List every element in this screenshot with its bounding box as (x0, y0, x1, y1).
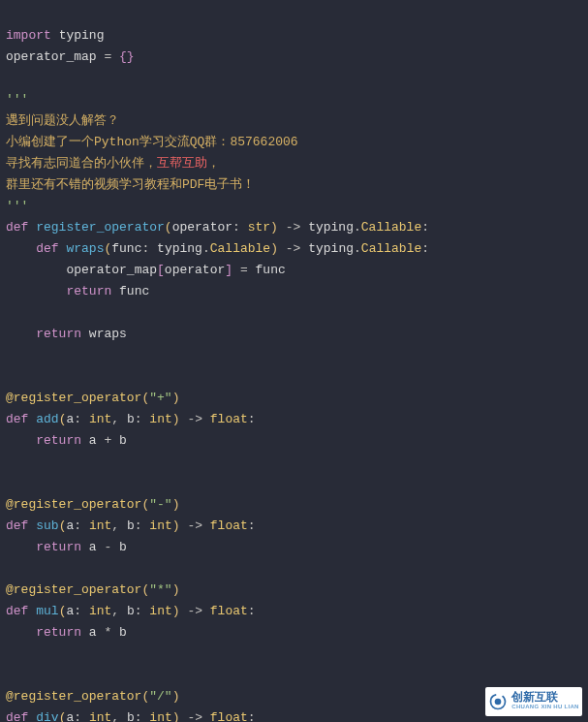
arrow: -> (187, 710, 202, 722)
colon: : (141, 241, 149, 256)
arrow: -> (286, 241, 301, 256)
watermark-text-wrap: 创新互联 CHUANG XIN HU LIAN (511, 692, 578, 711)
kw-return: return (66, 284, 111, 298)
decorator-register: @register_operator (6, 689, 141, 704)
arg-operator: operator (172, 220, 232, 235)
doc-line-3a: 寻找有志同道合的小伙伴， (6, 156, 157, 171)
paren: ( (165, 220, 172, 235)
arrow: -> (187, 604, 202, 618)
type-float: float (210, 518, 248, 533)
str-slash: "/" (149, 689, 171, 704)
comma: , (111, 518, 119, 533)
kw-return: return (36, 327, 81, 341)
arg-b: b (127, 710, 135, 722)
fn-mul: mul (36, 604, 58, 618)
type-int: int (89, 518, 111, 533)
type-int: int (149, 604, 171, 618)
type-str: str (248, 220, 270, 235)
arg-b: b (119, 433, 127, 448)
str-minus: "-" (149, 497, 171, 512)
doc-line-3b: 互帮互助 (157, 156, 207, 171)
decorator-register: @register_operator (6, 582, 141, 597)
arg-b: b (127, 604, 135, 618)
doc-line-4: 群里还有不错的视频学习教程和PDF电子书！ (6, 177, 255, 192)
type-callable: Callable (361, 220, 421, 235)
arg-a: a (89, 625, 97, 640)
colon: : (248, 518, 256, 533)
logo-icon (488, 692, 508, 711)
str-star: "*" (149, 582, 171, 597)
kw-def: def (6, 412, 28, 426)
type-callable: Callable (210, 241, 270, 256)
str-plus: "+" (149, 391, 171, 405)
type-int: int (89, 710, 111, 722)
colon: : (135, 412, 142, 426)
dot: . (354, 241, 361, 256)
arg-func: func (256, 263, 286, 277)
arg-operator: operator (165, 263, 225, 277)
arg-a: a (89, 433, 97, 448)
code-block: import typing operator_map = {} ''' 遇到问题… (0, 0, 588, 722)
empty-dict: {} (119, 49, 135, 64)
arrow: -> (286, 220, 301, 235)
fn-sub: sub (36, 518, 58, 533)
arg-b: b (127, 412, 135, 426)
colon: : (248, 412, 256, 426)
kw-def: def (6, 710, 28, 722)
paren: ) (172, 582, 180, 597)
op-minus: - (104, 540, 111, 554)
op-eq: = (104, 49, 111, 64)
colon: : (135, 604, 142, 618)
comma: , (111, 412, 119, 426)
kw-return: return (36, 625, 81, 640)
bracket: [ (157, 263, 165, 277)
kw-def: def (6, 220, 28, 235)
colon: : (421, 220, 429, 235)
type-float: float (210, 710, 248, 722)
dot: . (202, 241, 210, 256)
docstring-open: ''' (6, 92, 28, 107)
kw-def: def (36, 241, 58, 256)
mod-typing: typing (308, 220, 354, 235)
bracket: ] (225, 263, 232, 277)
arg-func: func (119, 284, 149, 298)
arrow: -> (187, 518, 202, 533)
docstring-close: ''' (6, 199, 28, 213)
dot: . (354, 220, 361, 235)
comma: , (111, 604, 119, 618)
mod-typing: typing (59, 28, 105, 43)
kw-def: def (6, 518, 28, 533)
arg-b: b (127, 518, 135, 533)
op-star: * (104, 625, 111, 640)
colon: : (74, 604, 81, 618)
svg-point-1 (495, 699, 502, 706)
type-float: float (210, 412, 248, 426)
paren: ) (172, 391, 180, 405)
doc-line-1: 遇到问题没人解答？ (6, 113, 119, 128)
comma: , (111, 710, 119, 722)
kw-return: return (36, 540, 81, 554)
doc-line-2: 小编创建了一个Python学习交流QQ群：857662006 (6, 135, 298, 149)
type-int: int (149, 412, 171, 426)
kw-return: return (36, 433, 81, 448)
paren: ) (172, 412, 180, 426)
kw-import: import (6, 28, 51, 43)
colon: : (421, 241, 429, 256)
colon: : (248, 604, 256, 618)
op-eq: = (240, 263, 248, 277)
fn-wraps: wraps (66, 241, 104, 256)
paren: ) (172, 604, 180, 618)
arg-b: b (119, 625, 127, 640)
type-int: int (149, 518, 171, 533)
kw-def: def (6, 604, 28, 618)
colon: : (74, 518, 81, 533)
fn-add: add (36, 412, 58, 426)
colon: : (232, 220, 240, 235)
paren: ) (172, 497, 180, 512)
colon: : (135, 518, 142, 533)
paren: ) (172, 689, 180, 704)
type-float: float (210, 604, 248, 618)
paren: ) (172, 518, 180, 533)
fn-wraps: wraps (89, 327, 127, 341)
arg-b: b (119, 540, 127, 554)
